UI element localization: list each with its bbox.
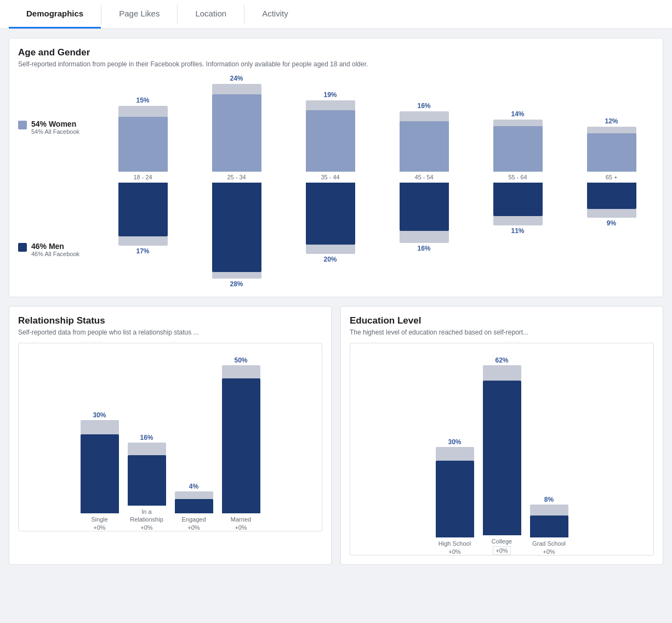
age-label-25-34: 25 - 34 [212, 174, 261, 180]
age-gender-title: Age and Gender [18, 47, 654, 58]
education-level-card: Education Level The highest level of edu… [340, 306, 663, 565]
men-pct-65plus: 9% [607, 219, 616, 227]
men-pct-45-54: 16% [417, 245, 430, 252]
education-title: Education Level [350, 315, 654, 326]
relationship-title: Relationship Status [18, 315, 322, 326]
rel-label-married: Married [231, 516, 251, 523]
women-bar-18-24: 15% [118, 97, 168, 172]
women-pct-55-64: 14% [511, 110, 524, 118]
women-pct-65plus: 12% [605, 117, 618, 125]
age-label-55-64: 55 - 64 [493, 174, 543, 180]
men-pct-18-24: 17% [136, 247, 149, 255]
rel-bar-married: 50% Married +0% [222, 356, 260, 531]
rel-bar-relationship: 16% In aRelationship +0% [128, 434, 166, 531]
edu-pct-highschool: 30% [448, 438, 461, 446]
rel-delta-married: +0% [235, 524, 247, 531]
rel-label-engaged: Engaged [181, 516, 206, 523]
age-gender-card: Age and Gender Self-reported information… [9, 38, 663, 297]
age-center-labels: 18 - 24 25 - 34 35 - 44 45 - 54 55 - 64 … [100, 173, 654, 182]
edu-bar-college: 62% College +0% [483, 356, 521, 555]
tab-page-likes[interactable]: Page Likes [101, 0, 177, 29]
men-bar-65plus: 9% [587, 183, 636, 227]
men-all-fb: 46% All Facebook [31, 251, 79, 257]
women-bar-55-64: 14% [493, 110, 543, 172]
women-pct-label: 54% Women [31, 120, 79, 128]
age-gender-subtitle: Self-reported information from people in… [18, 60, 654, 68]
age-gender-layout: 54% Women 54% All Facebook 46% Men 46% A… [18, 75, 654, 288]
tab-location[interactable]: Location [178, 0, 244, 29]
education-chart: 30% High School +0% 62% [350, 343, 654, 556]
edu-bar-highschool: 30% High School +0% [436, 438, 474, 555]
men-bar-55-64: 11% [493, 183, 543, 235]
men-legend-text: 46% Men 46% All Facebook [31, 242, 79, 257]
relationship-status-card: Relationship Status Self-reported data f… [9, 306, 332, 565]
women-pct-35-44: 19% [323, 91, 337, 99]
rel-delta-engaged: +0% [187, 524, 200, 531]
women-legend: 54% Women 54% All Facebook [18, 103, 96, 135]
rel-pct-single: 30% [93, 411, 106, 419]
men-pct-25-34: 28% [230, 280, 243, 288]
relationship-chart: 30% Single +0% 16% [18, 343, 322, 531]
rel-bar-single: 30% Single +0% [81, 411, 119, 531]
ag-legends: 54% Women 54% All Facebook 46% Men 46% A… [18, 75, 100, 288]
ag-charts: 15% 24% [100, 75, 654, 288]
education-subtitle: The highest level of education reached b… [350, 329, 654, 336]
lower-cards: Relationship Status Self-reported data f… [9, 306, 663, 565]
tab-activity[interactable]: Activity [244, 0, 306, 29]
women-bar-65plus: 12% [587, 117, 636, 172]
education-bars: 30% High School +0% 62% [355, 348, 649, 555]
women-pct-18-24: 15% [136, 97, 149, 104]
women-legend-text: 54% Women 54% All Facebook [31, 120, 79, 135]
men-pct-55-64: 11% [511, 227, 524, 235]
age-label-35-44: 35 - 44 [306, 174, 355, 180]
relationship-bars: 30% Single +0% 16% [23, 348, 317, 531]
age-label-18-24: 18 - 24 [118, 174, 168, 180]
women-pct-45-54: 16% [417, 102, 430, 110]
edu-label-gradschool: Grad School [532, 540, 566, 547]
women-swatch [18, 121, 27, 129]
men-bar-18-24: 17% [118, 183, 168, 255]
women-all-fb: 54% All Facebook [31, 128, 79, 135]
rel-pct-engaged: 4% [189, 483, 198, 490]
women-bar-35-44: 19% [306, 91, 355, 172]
age-label-65plus: 65 + [587, 174, 636, 180]
rel-pct-married: 50% [234, 356, 247, 364]
men-swatch [18, 243, 27, 252]
edu-delta-gradschool: +0% [543, 548, 555, 555]
relationship-subtitle: Self-reported data from people who list … [18, 329, 322, 336]
women-bars: 15% 24% [100, 75, 654, 173]
men-bar-45-54: 16% [400, 183, 449, 252]
men-pct-35-44: 20% [323, 256, 337, 263]
rel-pct-relationship: 16% [140, 434, 153, 441]
men-bar-25-34: 28% [212, 183, 261, 288]
women-bar-25-34: 24% [212, 75, 261, 172]
men-pct-label: 46% Men [31, 242, 79, 251]
rel-label-relationship: In aRelationship [130, 508, 163, 524]
edu-label-college: College [492, 537, 512, 545]
rel-delta-relationship: +0% [140, 524, 152, 531]
men-legend: 46% Men 46% All Facebook [18, 198, 96, 257]
tab-demographics[interactable]: Demographics [9, 0, 101, 29]
main-content: Age and Gender Self-reported information… [0, 29, 672, 574]
women-pct-25-34: 24% [230, 75, 243, 82]
rel-bar-engaged: 4% Engaged +0% [175, 483, 213, 531]
women-bar-45-54: 16% [400, 102, 449, 172]
men-bars: 17% 28% [100, 182, 654, 288]
page-container: Demographics Page Likes Location Activit… [0, 0, 672, 623]
edu-pct-college: 62% [495, 356, 508, 364]
edu-delta-college: +0% [493, 546, 510, 555]
men-bar-35-44: 20% [306, 183, 355, 263]
rel-label-single: Single [91, 516, 108, 523]
edu-pct-gradschool: 8% [544, 496, 554, 503]
age-label-45-54: 45 - 54 [400, 174, 449, 180]
edu-delta-highschool: +0% [448, 548, 460, 555]
edu-label-highschool: High School [438, 540, 471, 547]
tabs-bar: Demographics Page Likes Location Activit… [0, 0, 672, 29]
rel-delta-single: +0% [93, 524, 105, 531]
edu-bar-gradschool: 8% Grad School +0% [530, 496, 568, 555]
